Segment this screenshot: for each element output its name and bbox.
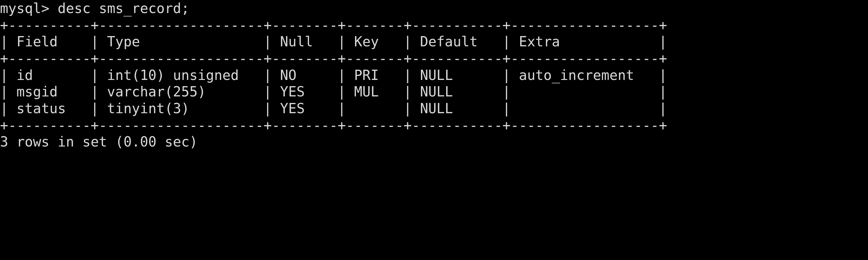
mysql-terminal: mysql> desc sms_record; +----------+----… — [0, 0, 868, 150]
result-footer: 3 rows in set (0.00 sec) — [0, 134, 868, 150]
table-border-bottom: +----------+--------------------+-------… — [0, 117, 667, 133]
table-border-mid: +----------+--------------------+-------… — [0, 50, 667, 66]
command-line[interactable]: mysql> desc sms_record; — [0, 0, 868, 17]
table-row: | msgid | varchar(255) | YES | MUL | NUL… — [0, 83, 868, 100]
table-header-row: | Field | Type | Null | Key | Default | … — [0, 33, 868, 50]
table-row: | status | tinyint(3) | YES | | NULL | | — [0, 100, 868, 117]
table-border-top: +----------+--------------------+-------… — [0, 17, 667, 33]
mysql-prompt: mysql> — [0, 0, 58, 16]
table-row: | id | int(10) unsigned | NO | PRI | NUL… — [0, 67, 868, 84]
sql-command: desc sms_record; — [58, 0, 189, 16]
